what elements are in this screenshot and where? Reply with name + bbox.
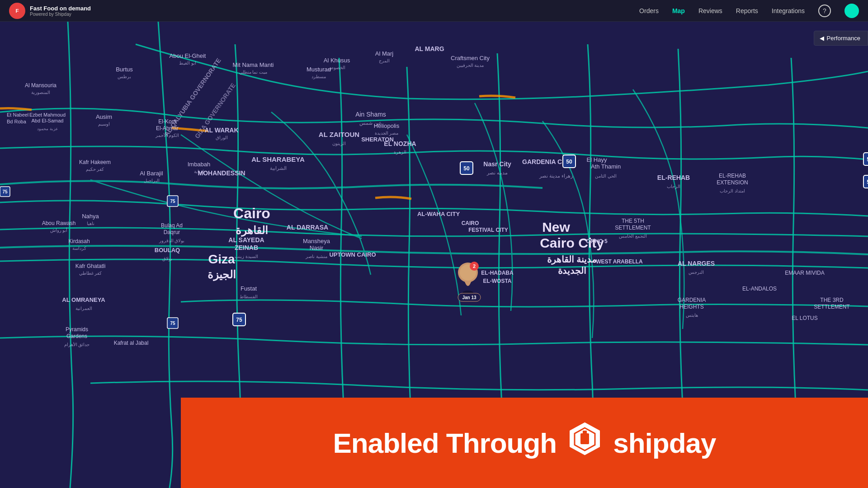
svg-text:مدينة الحرفيين: مدينة الحرفيين (457, 63, 484, 68)
svg-text:F: F (15, 8, 19, 14)
help-icon[interactable]: ? (818, 5, 831, 17)
svg-text:THE 3RD: THE 3RD (820, 297, 844, 303)
svg-text:EL-ANDALOS: EL-ANDALOS (742, 286, 777, 292)
svg-text:Mit Nama Manti: Mit Nama Manti (232, 61, 274, 68)
svg-text:Burtus: Burtus (116, 66, 133, 73)
svg-text:Gardens: Gardens (66, 333, 87, 339)
svg-text:الكوم الأحمر: الكوم الأحمر (155, 133, 179, 138)
svg-text:الفسطاط: الفسطاط (240, 294, 258, 299)
app-subtitle: Powered by Shipday (30, 12, 91, 17)
svg-text:أبو رواش: أبو رواش (50, 227, 68, 233)
svg-text:ابو الغيط: ابو الغيط (179, 61, 196, 66)
svg-text:Abd El-Samad: Abd El-Samad (32, 118, 64, 123)
svg-text:MOHANDESSIN: MOHANDESSIN (198, 169, 245, 177)
svg-text:زهراء مدينة نصر: زهراء مدينة نصر (539, 173, 573, 179)
svg-text:الزيتون: الزيتون (332, 141, 346, 146)
svg-text:مسطرد: مسطرد (311, 74, 326, 80)
svg-text:Abou Rawash: Abou Rawash (42, 220, 76, 226)
svg-text:المنصورية: المنصورية (31, 90, 50, 95)
performance-button[interactable]: ◀ Performance (814, 31, 868, 46)
svg-text:SETTLEMENT: SETTLEMENT (615, 225, 651, 231)
svg-text:حدائق الأهرام: حدائق الأهرام (64, 342, 90, 347)
svg-text:Nasir: Nasir (310, 244, 324, 251)
svg-text:Cairo: Cairo (233, 205, 270, 221)
svg-text:El-Ahmar: El-Ahmar (156, 125, 179, 131)
svg-text:GARDENIA: GARDENIA (678, 297, 706, 303)
svg-text:Bulaq Ad: Bulaq Ad (161, 222, 183, 229)
svg-text:FESTIVAL CITY: FESTIVAL CITY (468, 227, 508, 233)
app-logo-icon: F (9, 3, 25, 19)
svg-text:مصر الجديدة: مصر الجديدة (375, 131, 399, 136)
svg-text:EL-REHAB: EL-REHAB (657, 174, 690, 181)
svg-text:EL-REHAB: EL-REHAB (719, 173, 746, 179)
banner-text: Enabled Through (333, 427, 557, 459)
svg-text:Giza: Giza (208, 252, 235, 266)
svg-text:EXTENSION: EXTENSION (717, 179, 748, 186)
svg-text:AL DARRASA: AL DARRASA (287, 224, 328, 231)
svg-text:AL SAYEDA: AL SAYEDA (228, 236, 264, 244)
nav-reports[interactable]: Reports (736, 7, 758, 14)
svg-text:الرحاب: الرحاب (667, 184, 680, 189)
nav-orders[interactable]: Orders (639, 7, 659, 14)
svg-text:EL NOZHA: EL NOZHA (384, 140, 416, 147)
svg-text:Bd Roba: Bd Roba (7, 119, 27, 124)
svg-text:CT NO 5: CT NO 5 (586, 238, 608, 244)
svg-text:2: 2 (473, 263, 476, 269)
svg-text:Al Khusus: Al Khusus (324, 57, 350, 64)
svg-text:EL-WOSTA: EL-WOSTA (483, 278, 511, 284)
svg-text:امتداد الرحاب: امتداد الرحاب (720, 188, 745, 194)
svg-text:BOULAQ: BOULAQ (155, 247, 180, 253)
svg-text:القاهرة: القاهرة (236, 224, 268, 237)
svg-text:النرجس: النرجس (689, 270, 704, 275)
svg-text:Craftsmen City: Craftsmen City (451, 55, 490, 61)
nav-reviews[interactable]: Reviews (698, 7, 722, 14)
svg-text:Ain Shams: Ain Shams (355, 111, 386, 118)
chevron-left-icon: ◀ (820, 35, 824, 42)
svg-text:التجمع الخامس: التجمع الخامس (619, 234, 647, 239)
banner-content: Enabled Through shipday (333, 421, 716, 465)
svg-text:برطس: برطس (118, 74, 131, 80)
svg-text:Nahya: Nahya (82, 213, 99, 220)
svg-text:Pyramids: Pyramids (66, 326, 88, 333)
svg-text:Jan 13: Jan 13 (462, 295, 476, 300)
svg-text:عزبة محمود: عزبة محمود (37, 127, 58, 131)
svg-text:Ausim: Ausim (96, 113, 112, 120)
svg-text:كفر حكيم: كفر حكيم (86, 167, 104, 172)
svg-text:ZEINAB: ZEINAB (235, 244, 258, 251)
svg-text:Kafrat al Jabal: Kafrat al Jabal (114, 340, 149, 346)
svg-text:الجيزة: الجيزة (208, 268, 236, 281)
user-avatar[interactable] (844, 4, 859, 18)
performance-label: Performance (827, 35, 860, 42)
svg-text:HEIGHTS: HEIGHTS (679, 304, 703, 310)
svg-text:50: 50 (463, 165, 470, 172)
svg-text:Heliopolis: Heliopolis (374, 122, 400, 129)
svg-text:كفر غطاطي: كفر غطاطي (79, 271, 102, 276)
nav-integrations[interactable]: Integrations (772, 7, 805, 14)
svg-text:Fustat: Fustat (241, 285, 257, 292)
svg-text:Al Barajil: Al Barajil (140, 170, 163, 177)
svg-text:EL LOTUS: EL LOTUS (792, 315, 818, 321)
app-name: Fast Food on demand (30, 5, 91, 12)
svg-text:Ath Thamin: Ath Thamin (591, 163, 621, 170)
svg-text:المرج: المرج (379, 58, 390, 64)
svg-rect-147 (583, 431, 587, 435)
svg-text:Al Marj: Al Marj (375, 50, 394, 57)
svg-text:Kafr Hakeem: Kafr Hakeem (79, 159, 111, 165)
svg-text:AL WARAK: AL WARAK (204, 127, 238, 134)
svg-text:THE 5TH: THE 5TH (622, 218, 644, 224)
svg-text:Kafr Ghatatli: Kafr Ghatatli (75, 263, 106, 269)
svg-text:New: New (542, 220, 570, 235)
svg-text:الوراق: الوراق (216, 135, 228, 141)
svg-text:مدينة القاهرة: مدينة القاهرة (547, 254, 597, 265)
svg-text:العمرانية: العمرانية (75, 306, 92, 311)
svg-text:EMAAR MIVIDA: EMAAR MIVIDA (785, 270, 824, 276)
nav-map[interactable]: Map (672, 7, 685, 14)
svg-text:AL SHARABEYA: AL SHARABEYA (251, 155, 305, 163)
svg-text:AL MARG: AL MARG (415, 45, 444, 52)
shipday-banner: Enabled Through shipday (181, 398, 868, 488)
svg-text:الجديدة: الجديدة (558, 266, 586, 276)
svg-text:مدينه نصر: مدينه نصر (486, 170, 508, 176)
svg-text:بولاق: بولاق (162, 256, 172, 262)
svg-text:اوسيم: اوسيم (98, 122, 110, 127)
svg-text:AL OMRANEYA: AL OMRANEYA (62, 296, 105, 303)
